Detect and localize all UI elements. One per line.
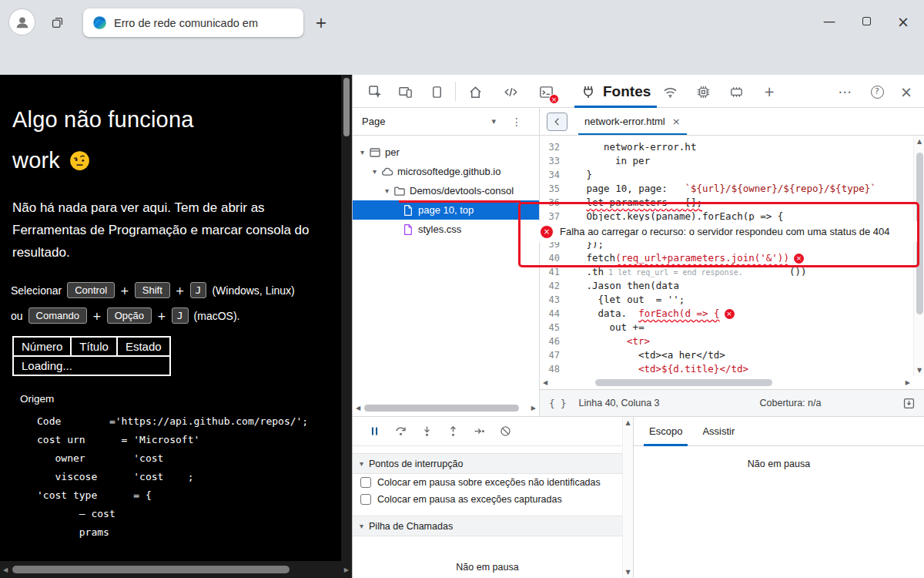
editor-line[interactable]: 47<td><a her</td> [540,348,913,362]
inspect-icon[interactable] [366,82,384,101]
help-icon[interactable]: ? [868,82,886,101]
maximize-button[interactable] [858,17,875,25]
editor-line[interactable]: 44data. forEach(d => {× [540,307,913,321]
editor-line[interactable]: 39}); [540,237,913,251]
editor-line[interactable]: 37Object.keys(paname).forEach(p => { [540,210,913,223]
network-panel-icon[interactable] [661,82,679,101]
line-number[interactable]: 36 [540,196,569,210]
scroll-left-icon[interactable]: ◀ [356,405,360,412]
line-number[interactable]: 40 [540,251,569,265]
scroll-thumb[interactable] [12,566,290,573]
more-tools-icon[interactable]: ⋯ [835,82,854,101]
chevron-down-icon[interactable]: ▾ [491,116,496,126]
line-number[interactable]: 38 [540,223,569,237]
editor-line[interactable]: 35page 10, page: `${url}/${owner}/${repo… [540,182,913,196]
close-devtools-icon[interactable]: × [897,82,916,101]
scroll-thumb[interactable] [364,405,519,412]
line-number[interactable]: 34 [540,168,569,182]
new-tab-button[interactable]: + [311,12,331,32]
editor-line[interactable]: 40fetch(req_url+parameters.join('&'))× [540,251,913,265]
scroll-up-icon[interactable]: ▲ [914,138,924,145]
line-number[interactable]: 47 [540,348,569,362]
line-number[interactable]: 37 [540,210,569,223]
tab-assistir[interactable]: Assistir [695,417,742,446]
step-icon[interactable] [473,425,486,438]
line-number[interactable]: 41 [540,265,569,279]
editor-line[interactable]: 43{let out = ''; [540,293,913,307]
editor-line[interactable]: 36let parameters = []; [540,196,913,210]
page-vertical-scrollbar[interactable] [341,75,352,561]
line-number[interactable]: 35 [540,182,569,196]
callstack-section-header[interactable]: ▾ Pilha de Chamadas [353,516,633,536]
breakpoints-section-header[interactable]: ▾ Pontos de interrupção [353,453,633,474]
error-badge-icon[interactable]: × [794,254,804,264]
line-number[interactable]: 43 [540,293,569,307]
expand-chevron-icon[interactable]: ▾ [357,148,367,156]
tab-page[interactable]: Page [362,116,385,127]
editor-line[interactable]: 42.Jason then(data [540,279,913,293]
breakpoint-checkbox-row[interactable]: Colocar em pausa sobre exceções não iden… [353,474,633,491]
tree-item-styles-css[interactable]: styles.css [353,220,539,239]
close-window-button[interactable]: × [895,13,912,30]
memory-panel-icon[interactable] [727,82,745,101]
code-editor[interactable]: 32network-error.ht33in per34}35page 10, … [540,136,913,376]
more-options-icon[interactable]: ⋮ [511,116,522,128]
collapse-chevron-icon[interactable]: ▾ [360,459,363,468]
step-into-icon[interactable] [420,425,434,438]
scroll-up-icon[interactable]: ▲ [623,419,633,426]
elements-panel-icon[interactable] [501,82,520,101]
debugger-vertical-scrollbar[interactable]: ▲ ▼ [622,417,633,578]
scroll-left-icon[interactable]: ◀ [3,566,8,573]
close-tab-icon[interactable]: × [672,116,681,127]
editor-line[interactable]: 33in per [540,154,913,168]
download-icon[interactable] [902,397,916,410]
editor-horizontal-scrollbar[interactable]: ◀ ▶ [541,377,912,389]
editor-line[interactable]: 38 [540,223,913,237]
tree-item-demos-devtools-consol[interactable]: ▾Demos/devtools-consol [353,181,539,200]
editor-line[interactable]: 34} [540,168,913,182]
tree-item-microsoftedge-github-io[interactable]: ▾microsoftedge.github.io [353,162,539,181]
scroll-thumb[interactable] [595,379,772,386]
tree-item-page-10-top[interactable]: page 10, top [353,200,539,220]
home-icon[interactable] [466,82,484,101]
editor-line[interactable]: 41.th 1 let req_url = end response. ()) [540,265,913,279]
editor-vertical-scrollbar[interactable]: ▲ ▼ [913,136,924,376]
editor-tab-network-error[interactable]: network-error.html × [577,108,688,135]
line-number[interactable]: 44 [540,307,569,321]
focus-page-icon[interactable] [427,82,446,101]
performance-panel-icon[interactable] [694,82,712,101]
scroll-right-icon[interactable]: ▶ [906,379,910,386]
editor-line[interactable]: 32network-error.ht [540,140,913,154]
pause-icon[interactable] [368,425,381,438]
scroll-down-icon[interactable]: ▼ [623,569,633,576]
line-number[interactable]: 32 [540,140,569,154]
navigator-horizontal-scrollbar[interactable]: ◀ ▶ [354,403,537,414]
page-horizontal-scrollbar[interactable]: ◀ ▶ [0,561,352,578]
step-over-icon[interactable] [394,425,407,438]
browser-tab[interactable]: Erro de rede comunicado em [83,8,303,37]
checkbox[interactable] [360,477,371,488]
line-number[interactable]: 39 [540,237,569,251]
editor-line[interactable]: 48<td>${d.title}</td> [540,362,913,376]
tab-switcher-icon[interactable] [51,16,64,29]
step-out-icon[interactable] [447,425,460,438]
deactivate-breakpoints-icon[interactable] [499,425,512,438]
line-number[interactable]: 45 [540,321,569,334]
breakpoint-checkbox-row[interactable]: Colocar em pausa as exceções capturadas [353,491,633,508]
collapse-chevron-icon[interactable]: ▾ [360,522,363,530]
scroll-down-icon[interactable]: ▼ [914,367,924,374]
scroll-thumb[interactable] [343,78,350,136]
profile-avatar[interactable] [9,9,35,35]
scroll-right-icon[interactable]: ▶ [344,566,349,573]
scroll-thumb[interactable] [916,153,923,314]
device-emulation-icon[interactable] [396,82,414,101]
scroll-right-icon[interactable]: ▶ [531,405,536,412]
line-number[interactable]: 46 [540,334,569,348]
minimize-button[interactable]: — [821,14,838,29]
error-badge-icon[interactable]: × [725,309,735,319]
console-panel-icon[interactable]: × [537,82,555,101]
line-number[interactable]: 48 [540,362,569,376]
checkbox[interactable] [360,494,371,505]
expand-chevron-icon[interactable]: ▾ [370,167,380,176]
editor-line[interactable]: 45out += [540,321,913,334]
